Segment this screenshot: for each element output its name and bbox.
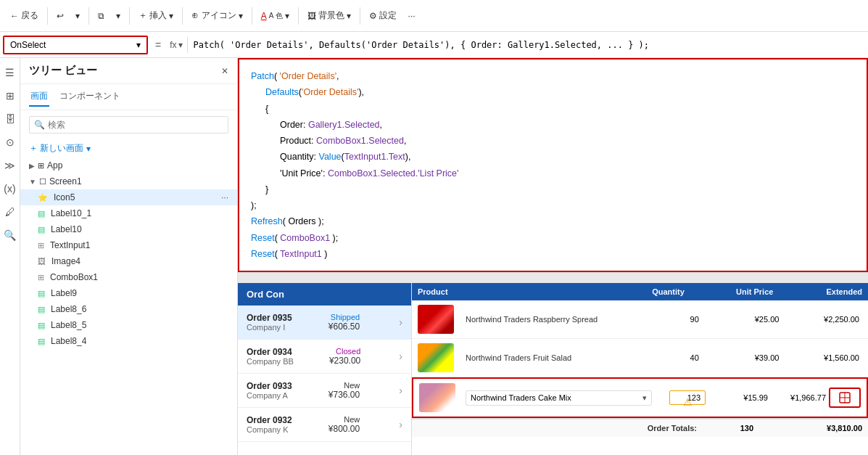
copy-button[interactable]: ⧉: [94, 8, 109, 24]
product-line: Product:: [251, 136, 316, 146]
tree-item-label10-1[interactable]: ▤ Label10_1: [20, 205, 237, 221]
patch-keyword: Patch: [251, 71, 274, 81]
name-raspberry: Northwind Traders Raspberry Spread: [461, 315, 621, 324]
search-icon[interactable]: 🔍: [1, 226, 19, 244]
tab-screen[interactable]: 画面: [29, 87, 49, 107]
tree-item-app[interactable]: ▶ ⊞ App: [20, 157, 237, 173]
main-layout: ☰ ⊞ 🗄 ⊙ ≫ (x) 🖊 🔍 ツリー ビュー ✕ 画面 コンポーネント 🔍…: [0, 58, 868, 455]
menu-icon[interactable]: ☰: [2, 64, 17, 81]
undo-dropdown[interactable]: ▾: [71, 8, 84, 24]
textinput1-ref: TextInput1: [280, 249, 322, 259]
label8-4-icon: ▤: [38, 337, 45, 346]
order-0935-company: Company I: [247, 323, 292, 332]
image-icon: 🖼: [38, 257, 46, 266]
tree-close-icon[interactable]: ✕: [221, 66, 228, 76]
tree-title: ツリー ビュー: [29, 64, 97, 78]
value-keyword: Value: [319, 152, 342, 162]
order-0933-arrow: ›: [399, 385, 402, 396]
data-icon[interactable]: 🗄: [2, 110, 18, 128]
property-label: OnSelect: [10, 40, 46, 50]
name-fruit: Northwind Traders Fruit Salad: [461, 353, 621, 362]
textinput1-label: TextInput1: [50, 240, 90, 250]
reset2-keyword: Reset: [251, 249, 275, 259]
order-0932-price: ¥800.00: [328, 424, 360, 434]
order-item-0934[interactable]: Order 0934 Company BB Closed ¥230.00 ›: [238, 340, 411, 374]
details-table-header: Product Quantity Unit Price Extended: [412, 283, 868, 300]
tree-item-label8-6[interactable]: ▤ Label8_6: [20, 301, 237, 317]
combobox1-label: ComboBox1: [50, 272, 98, 282]
label8-6-label: Label8_6: [51, 304, 86, 314]
order-0935-status: Shipped: [331, 313, 360, 321]
tree-item-label8-5[interactable]: ▤ Label8_5: [20, 317, 237, 333]
order-item-0933[interactable]: Order 0933 Company A New ¥736.00 ›: [238, 374, 411, 408]
tree-item-icon5[interactable]: ⭐ Icon5 ···: [20, 189, 237, 205]
tree-item-textinput1[interactable]: ⊞ TextInput1: [20, 237, 237, 253]
icon5-more[interactable]: ···: [221, 192, 228, 202]
totals-label: Order Totals:: [461, 424, 703, 433]
search-input[interactable]: [48, 120, 223, 130]
label10-icon: ▤: [38, 225, 45, 234]
order-0932-number: Order 0932: [247, 415, 292, 425]
product-dropdown[interactable]: Northwind Traders Cake Mix ▾: [466, 390, 652, 406]
property-chevron: ▾: [136, 40, 141, 50]
order-0932-status: New: [344, 415, 360, 424]
property-selector[interactable]: OnSelect ▾: [3, 36, 148, 54]
copy-dropdown[interactable]: ▾: [112, 8, 125, 24]
qty-warning-icon: ⚠: [683, 396, 693, 408]
color-a-button[interactable]: A A 色 ▾: [257, 8, 294, 24]
bg-color-button[interactable]: 🖼 背景色 ▾: [303, 7, 355, 25]
thumb-fruit: [418, 343, 454, 372]
defaults-close: ),: [358, 87, 364, 97]
fx-button[interactable]: fx ▾: [165, 37, 187, 53]
reset1-close: );: [330, 233, 338, 243]
order-item-0932[interactable]: Order 0932 Company K New ¥800.00 ›: [238, 408, 411, 442]
order-0934-price: ¥230.00: [329, 356, 360, 366]
app-arrow: ▶: [29, 162, 35, 170]
label8-5-label: Label8_5: [51, 320, 86, 330]
order-0933-right: New ¥736.00: [328, 381, 360, 400]
comma3: ,: [404, 136, 406, 146]
tree-item-screen1[interactable]: ▼ ☐ Screen1: [20, 173, 237, 189]
order-0932-left: Order 0932 Company K: [247, 415, 292, 434]
more-button[interactable]: ···: [404, 8, 420, 24]
order-0933-price: ¥736.00: [328, 390, 360, 400]
edit-record-button[interactable]: [829, 388, 861, 408]
detail-row-cake-edit: Northwind Traders Cake Mix ▾ ⚠ ¥15.99 ¥1…: [412, 377, 868, 418]
tree-item-image4[interactable]: 🖼 Image4: [20, 253, 237, 269]
search-icon-small: 🔍: [34, 120, 45, 130]
pen-icon[interactable]: 🖊: [2, 203, 18, 221]
order-0934-number: Order 0934: [247, 347, 294, 357]
order-item-0935[interactable]: Order 0935 Company I Shipped ¥606.50 ›: [238, 306, 411, 340]
add-screen-chevron: ▾: [86, 144, 91, 154]
col-product: Product: [418, 287, 595, 296]
order-0933-company: Company A: [247, 391, 292, 400]
label9-label: Label9: [51, 288, 77, 298]
add-screen-button[interactable]: ＋ 新しい画面 ▾: [20, 139, 237, 157]
combobox1-ref: ComboBox1: [280, 233, 330, 243]
icon5-icon: ⭐: [38, 193, 48, 202]
icon-button[interactable]: ⊕ アイコン ▾: [187, 7, 247, 25]
ext-fruit: ¥1,560.00: [782, 353, 862, 362]
tree-item-combobox1[interactable]: ⊞ ComboBox1: [20, 269, 237, 285]
tree-item-label9[interactable]: ▤ Label9: [20, 285, 237, 301]
tree-header: ツリー ビュー ✕: [20, 58, 237, 84]
app-label: App: [47, 160, 62, 171]
order-line: Order:: [251, 120, 308, 130]
plugins-icon[interactable]: ≫: [1, 157, 18, 174]
variables-icon[interactable]: (x): [1, 180, 18, 197]
insert-button[interactable]: ＋ 挿入 ▾: [134, 7, 178, 25]
app-icon: ⊞: [38, 161, 44, 171]
layers-icon[interactable]: ⊞: [3, 87, 17, 104]
price-cake: ¥15.99: [720, 393, 771, 402]
screen1-arrow: ▼: [29, 178, 36, 186]
tree-items: ▶ ⊞ App ▼ ☐ Screen1 ⭐ Icon5 ··· ▤ Label1…: [20, 157, 237, 455]
totals-ext: ¥3,810.00: [804, 424, 862, 433]
components-icon[interactable]: ⊙: [3, 134, 17, 151]
tree-item-label10[interactable]: ▤ Label10: [20, 221, 237, 237]
settings-button[interactable]: ⚙ 設定: [365, 7, 401, 25]
tree-item-label8-4[interactable]: ▤ Label8_4: [20, 333, 237, 349]
undo-button[interactable]: ↩: [52, 8, 68, 24]
divider5: [252, 7, 252, 25]
back-button[interactable]: ← 戻る: [6, 7, 43, 25]
tab-component[interactable]: コンポーネント: [58, 87, 122, 107]
